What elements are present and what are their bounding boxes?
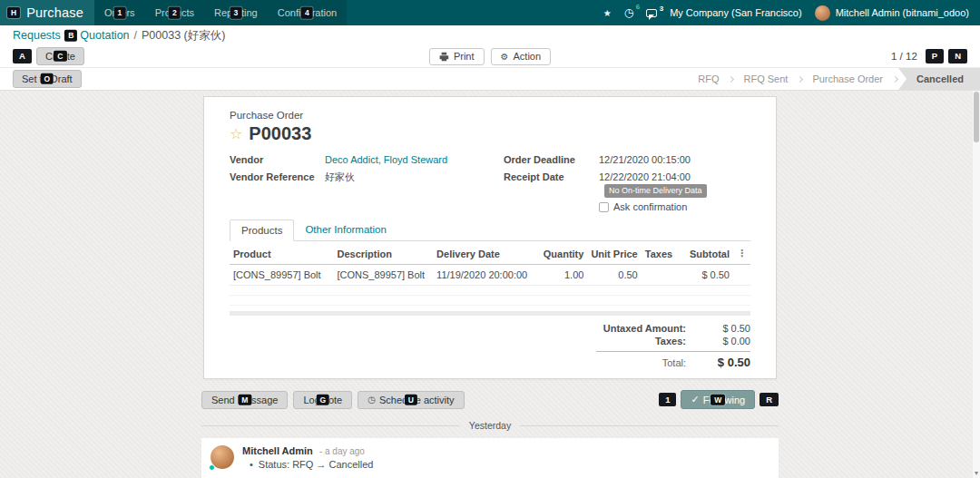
breadcrumb: Requests for Quotation B / P00033 (好家伙) [0,25,980,45]
menu-configuration[interactable]: Configuration 4 [268,0,347,25]
scrollbar-thumb[interactable] [974,92,979,142]
document-type-label: Purchase Order [230,110,750,121]
left-field-group: Vendor Deco Addict, Floyd Steward Vendor… [230,153,476,212]
breadcrumb-parent-link[interactable]: Requests for Quotation B [13,29,130,42]
stage-rfq[interactable]: RFQ [689,68,728,90]
scroll-down-arrow-icon[interactable]: ▾ [973,470,980,477]
vendor-label: Vendor [230,153,325,167]
favorite-star-icon[interactable]: ☆ [230,127,242,141]
systray: ★ ◷ 6 3 My Company (San Francisco) Mitch… [603,0,980,25]
chevron-right-icon [892,75,898,82]
cell-description[interactable]: [CONS_89957] Bolt [333,265,433,286]
order-reference: P00033 [249,123,311,144]
action-menu-button[interactable]: ⚙ Action [491,48,552,65]
taxes-value: $ 0.00 [701,336,750,346]
menu-orders[interactable]: Orders 1 [94,0,145,25]
user-name: Mitchell Admin (bitnami_odoo) [836,7,969,18]
col-header-taxes[interactable]: Taxes [642,243,678,265]
print-button[interactable]: Print [429,48,485,65]
tab-other-information[interactable]: Other Information [294,219,397,240]
schedule-activity-button[interactable]: ◷ Schedule activity U [358,391,464,409]
table-footer-strip [230,311,750,316]
empty-row [230,296,750,306]
cell-product[interactable]: [CONS_89957] Bolt [230,265,333,286]
following-button[interactable]: ✓ Following W [681,390,755,409]
menu-configuration-label: Configuration [278,7,337,18]
schedule-activity-label: Schedule activity [379,395,455,405]
col-header-delivery-date[interactable]: Delivery Date [433,243,532,265]
menu-reporting-label: Reporting [214,7,258,18]
user-menu[interactable]: Mitchell Admin (bitnami_odoo) [815,5,969,21]
create-button[interactable]: Create C [36,47,84,65]
col-header-quantity[interactable]: Quantity [532,243,587,265]
vendor-reference-label: Vendor Reference [230,171,325,184]
tab-products[interactable]: Products [230,219,294,241]
taxes-label: Taxes: [655,336,686,346]
message-timestamp: - a day ago [319,446,365,456]
message-body: Status: RFQ → Cancelled [259,459,374,470]
menu-products[interactable]: Products 2 [145,0,204,25]
company-switcher[interactable]: My Company (San Francisco) [670,7,802,18]
total-value: $ 0.50 [701,356,750,369]
right-field-group: Order Deadline 12/21/2020 00:15:00 Recei… [504,153,750,212]
menu-products-label: Products [155,7,194,18]
cell-subtotal[interactable]: $ 0.50 [678,265,733,286]
breadcrumb-current: P00033 (好家伙) [142,28,225,44]
breadcrumb-parent-label: Requests for Quotation [13,29,130,42]
set-to-draft-button[interactable]: Set to Draft O [13,70,82,88]
empty-cell [230,286,750,296]
vendor-reference-value: 好家伙 [325,171,355,184]
top-navbar: H Purchase Orders 1 Products 2 Reporting… [0,0,980,25]
receipt-date-value: 12/22/2020 21:04:00No On-time Delivery D… [599,171,750,198]
set-to-draft-label: Set to Draft [22,73,73,84]
untaxed-amount-label: Untaxed Amount: [603,323,686,334]
col-header-subtotal[interactable]: Subtotal [678,243,733,265]
cell-blank [733,265,750,286]
app-menus: Orders 1 Products 2 Reporting 3 Configur… [94,0,347,25]
create-button-label: Create [45,51,75,62]
online-status-dot [209,464,215,471]
attachments-button[interactable]: 1 [659,393,676,407]
messages-button[interactable]: 3 [646,9,657,17]
col-header-unit-price[interactable]: Unit Price [587,243,641,265]
log-note-button[interactable]: Log note G [293,391,352,409]
ask-confirmation-checkbox[interactable] [599,202,609,212]
message-count-badge: 3 [660,5,663,13]
followers-button[interactable]: R [760,393,779,407]
total-label: Total: [662,357,686,368]
home-menu-button[interactable]: H Purchase [0,0,94,25]
col-header-description[interactable]: Description [333,243,433,265]
activities-button[interactable]: ◷ 6 [624,7,633,18]
message-author-avatar [211,445,234,469]
message-author[interactable]: Mitchell Admin [242,445,313,456]
totals-divider [596,351,750,352]
printer-icon [439,52,449,62]
receipt-date-text: 12/22/2020 21:04:00 [599,171,691,182]
pager-next-button[interactable]: N [948,49,967,63]
cell-taxes[interactable] [642,265,678,286]
clock-icon: ◷ [368,395,376,405]
order-deadline-value: 12/21/2020 00:15:00 [599,153,691,167]
stage-rfq-sent[interactable]: RFQ Sent [734,68,797,90]
cell-unit-price[interactable]: 0.50 [587,265,641,286]
receipt-date-label: Receipt Date [504,171,599,198]
edit-button[interactable]: A [13,49,32,63]
day-divider-yesterday: Yesterday [201,420,779,431]
cell-delivery-date[interactable]: 11/19/2020 20:00:00 [433,265,532,286]
star-systray-button[interactable]: ★ [603,8,612,18]
user-avatar [815,5,830,21]
stage-cancelled[interactable]: Cancelled [898,68,980,90]
cell-quantity[interactable]: 1.00 [532,265,587,286]
col-header-product[interactable]: Product [230,243,333,265]
optional-columns-icon[interactable]: ⋮ [733,243,750,265]
vendor-value-link[interactable]: Deco Addict, Floyd Steward [325,153,447,167]
stage-purchase-order[interactable]: Purchase Order [803,68,892,90]
menu-reporting[interactable]: Reporting 3 [204,0,268,25]
chatter: Send Message M Log note G ◷ Schedule act… [201,390,779,478]
action-button-label: Action [514,51,542,62]
chevron-right-icon [728,75,734,82]
order-line-row[interactable]: [CONS_89957] Bolt [CONS_89957] Bolt 11/1… [230,265,750,286]
send-message-button[interactable]: Send Message M [201,391,288,409]
pager-previous-button[interactable]: P [926,49,944,63]
log-note-label: Log note [303,395,342,405]
